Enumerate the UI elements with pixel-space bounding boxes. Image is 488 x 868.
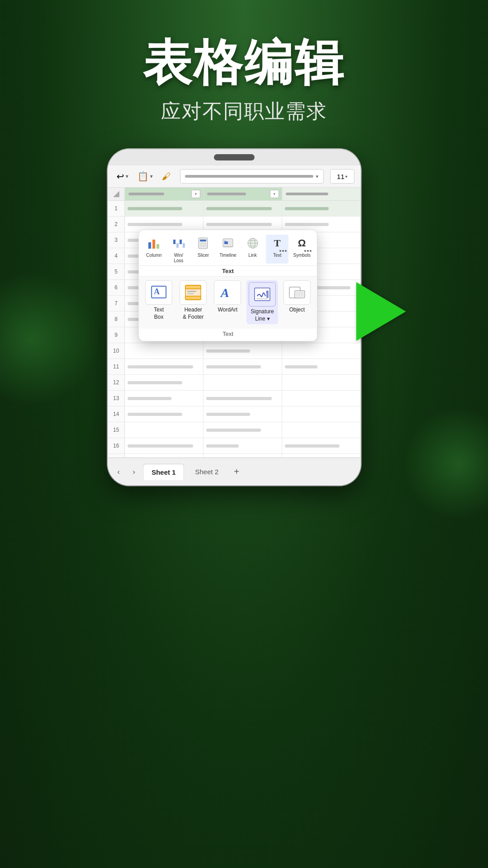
cell-12b[interactable] <box>203 375 282 390</box>
svg-rect-3 <box>157 244 160 249</box>
row-num-8: 8 <box>108 311 125 327</box>
clipboard-button[interactable]: 📋 ▾ <box>135 169 155 184</box>
cell-1b[interactable] <box>203 201 282 216</box>
svg-rect-4 <box>173 240 175 244</box>
popup-item-slicer[interactable]: Slicer <box>192 235 215 264</box>
table-row: 11 <box>108 359 361 375</box>
cell-15c[interactable] <box>282 422 361 438</box>
svg-rect-1 <box>149 242 151 249</box>
cell-10b[interactable] <box>203 343 282 359</box>
cell-1a[interactable] <box>125 201 203 216</box>
popup-item-signatureline[interactable]: SignatureLine ▾ <box>247 280 278 324</box>
font-size-selector[interactable]: 11 ▾ <box>330 169 354 184</box>
popup-item-timeline[interactable]: Timeline <box>216 235 239 264</box>
clipboard-chevron: ▾ <box>150 173 153 179</box>
popup-item-wordart[interactable]: A WordArt <box>212 280 243 324</box>
popup-item-text[interactable]: T Text <box>266 235 289 264</box>
popup-item-symbols[interactable]: Ω Symbols <box>291 235 314 264</box>
svg-marker-0 <box>113 191 119 197</box>
textbox-label: TextBox <box>154 307 164 321</box>
table-row: 10 <box>108 343 361 359</box>
popup-item-textbox[interactable]: A TextBox <box>143 280 174 324</box>
cell-16a[interactable] <box>125 438 203 453</box>
cell-16c[interactable] <box>282 438 361 453</box>
header-section: 表格编辑 应对不同职业需求 <box>143 36 345 125</box>
undo-button[interactable]: ↩ ▾ <box>114 169 131 184</box>
symbols-dots <box>304 250 312 252</box>
svg-rect-14 <box>224 241 225 241</box>
row-num-5: 5 <box>108 264 125 279</box>
text-group-footer: Text <box>139 329 317 341</box>
svg-rect-35 <box>296 292 304 297</box>
table-row: 15 <box>108 422 361 438</box>
row-num-10: 10 <box>108 343 125 359</box>
symbols-label: Symbols <box>293 253 310 258</box>
popup-item-headerfooter[interactable]: Header& Footer <box>178 280 209 324</box>
headerfooter-icon <box>180 280 207 305</box>
popup-item-column[interactable]: Column <box>142 235 165 264</box>
col-a-dropdown[interactable]: ▾ <box>191 190 200 198</box>
svg-rect-9 <box>200 240 206 241</box>
cell-13a[interactable] <box>125 391 203 406</box>
cell-10a[interactable] <box>125 343 203 359</box>
sheet-tab-2[interactable]: Sheet 2 <box>187 464 227 480</box>
text-icon: T <box>267 235 287 252</box>
font-selector[interactable]: ▾ <box>180 169 324 184</box>
table-row: 1 <box>108 201 361 217</box>
undo-chevron: ▾ <box>126 173 128 179</box>
col-header-c[interactable] <box>282 188 361 200</box>
cell-14c[interactable] <box>282 406 361 422</box>
svg-rect-2 <box>153 240 155 249</box>
paint-button[interactable]: 🖌 <box>159 170 174 184</box>
popup-item-object[interactable]: Object <box>282 280 312 324</box>
col-b-dropdown[interactable]: ▾ <box>270 190 279 198</box>
corner-cell <box>108 188 125 200</box>
cell-12a[interactable] <box>125 375 203 390</box>
cell-10c[interactable] <box>282 343 361 359</box>
font-size-value: 11 <box>337 173 345 180</box>
cell-11b[interactable] <box>203 359 282 374</box>
svg-rect-7 <box>183 243 185 248</box>
sheet-nav-prev[interactable]: ‹ <box>112 466 125 478</box>
col-header-b[interactable]: ▾ <box>203 188 282 200</box>
svg-rect-6 <box>179 240 182 244</box>
svg-text:A: A <box>220 286 230 300</box>
row-num-12: 12 <box>108 375 125 390</box>
add-sheet-button[interactable]: + <box>229 465 244 479</box>
link-label: Link <box>249 253 257 258</box>
row-num-1: 1 <box>108 201 125 216</box>
object-icon <box>283 280 310 305</box>
cell-14b[interactable] <box>203 406 282 422</box>
phone-container: ↩ ▾ 📋 ▾ 🖌 ▾ 11 <box>108 149 370 486</box>
cell-13c[interactable] <box>282 391 361 406</box>
sheet-tab-1[interactable]: Sheet 1 <box>143 464 184 480</box>
paint-icon: 🖌 <box>162 171 171 182</box>
svg-rect-24 <box>186 285 201 289</box>
phone-topbar <box>108 149 361 165</box>
popup-item-winloss[interactable]: Win/Loss <box>167 235 190 264</box>
cell-15b[interactable] <box>203 422 282 438</box>
wordart-icon: A <box>214 280 241 305</box>
cell-15a[interactable] <box>125 422 203 438</box>
main-title: 表格编辑 <box>143 36 345 90</box>
sheet1-label: Sheet 1 <box>151 468 175 476</box>
cell-16b[interactable] <box>203 438 282 453</box>
cell-14a[interactable] <box>125 406 203 422</box>
row-num-9: 9 <box>108 327 125 343</box>
slicer-label: Slicer <box>197 253 209 258</box>
popup-item-link[interactable]: Link <box>241 235 264 264</box>
sheet-tabs-bar: ‹ › Sheet 1 Sheet 2 + <box>108 458 361 486</box>
column-icon <box>144 235 164 252</box>
cell-12c[interactable] <box>282 375 361 390</box>
col-header-a[interactable]: ▾ <box>125 188 203 200</box>
cell-13b[interactable] <box>203 391 282 406</box>
row-num-16: 16 <box>108 438 125 453</box>
cell-11c[interactable] <box>282 359 361 374</box>
sheet-nav-next[interactable]: › <box>127 466 140 478</box>
column-headers: ▾ ▾ <box>108 188 361 201</box>
cell-11a[interactable] <box>125 359 203 374</box>
cell-1c[interactable] <box>282 201 361 216</box>
timeline-icon <box>218 235 238 252</box>
row-num-4: 4 <box>108 248 125 264</box>
text-dots <box>279 250 287 252</box>
